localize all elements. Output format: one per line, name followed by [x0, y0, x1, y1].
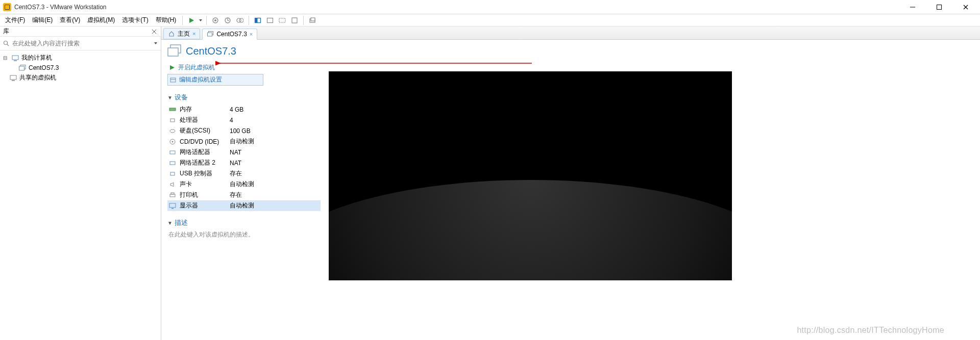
- device-label: 网络适配器 2: [180, 159, 227, 167]
- library-sidebar: 库 ⊟ 我的计算机 CentOS7.3 共享的虚拟机: [0, 27, 161, 340]
- svg-rect-34: [170, 78, 176, 82]
- poweron-dropdown[interactable]: [198, 18, 203, 22]
- device-label: 内存: [180, 105, 227, 114]
- disk-icon: [168, 128, 177, 134]
- menu-edit[interactable]: 编辑(E): [29, 15, 56, 25]
- tree-shared[interactable]: 共享的虚拟机: [1, 72, 160, 83]
- device-list: 内存4 GB 处理器4 硬盘(SCSI)100 GB CD/DVD (IDE)自…: [167, 104, 321, 211]
- menu-view[interactable]: 查看(V): [57, 15, 83, 25]
- tree-vm-centos[interactable]: CentOS7.3: [1, 63, 160, 72]
- minimize-button[interactable]: [905, 2, 920, 12]
- svg-marker-4: [189, 18, 194, 23]
- play-icon: [169, 65, 175, 70]
- svg-rect-32: [168, 48, 178, 56]
- close-button[interactable]: [959, 2, 973, 12]
- edit-settings-action[interactable]: 编辑虚拟机设置: [167, 74, 263, 86]
- device-label: USB 控制器: [180, 169, 227, 178]
- tree-mycomputer[interactable]: ⊟ 我的计算机: [1, 53, 160, 63]
- device-value: 自动检测: [230, 180, 254, 189]
- device-label: 打印机: [180, 191, 227, 199]
- svg-rect-44: [170, 194, 175, 197]
- vm-icon: [207, 31, 214, 38]
- printer-icon: [168, 192, 177, 198]
- separator: [182, 16, 183, 25]
- device-net1[interactable]: 网络适配器NAT: [167, 147, 321, 158]
- device-value: 自动检测: [230, 137, 254, 146]
- device-disk[interactable]: 硬盘(SCSI)100 GB: [167, 125, 321, 136]
- stretch-button[interactable]: [277, 15, 288, 25]
- description-placeholder[interactable]: 在此处键入对该虚拟机的描述。: [167, 230, 321, 239]
- device-net2[interactable]: 网络适配器 2NAT: [167, 158, 321, 168]
- separator: [249, 16, 249, 25]
- maximize-button[interactable]: [932, 2, 946, 12]
- shared-icon: [9, 74, 17, 82]
- vm-details-panel: CentOS7.3 开启此虚拟机 编辑虚拟机设置 ▼ 设备 内存4 GB 处理器…: [167, 44, 321, 340]
- tab-close-icon[interactable]: ×: [250, 31, 253, 37]
- device-label: 声卡: [180, 180, 227, 189]
- device-cpu[interactable]: 处理器4: [167, 115, 321, 125]
- fullscreen-button[interactable]: [289, 15, 300, 25]
- snapshot-revert-button[interactable]: [222, 15, 233, 25]
- menu-tabs[interactable]: 选项卡(T): [119, 15, 151, 25]
- close-panel-button[interactable]: [151, 28, 158, 35]
- svg-marker-33: [170, 65, 175, 70]
- unity-button[interactable]: [307, 15, 318, 25]
- window-title: CentOS7.3 - VMware Workstation: [14, 4, 107, 11]
- expander-icon[interactable]: ⊟: [3, 55, 9, 61]
- device-printer[interactable]: 打印机存在: [167, 190, 321, 200]
- device-display[interactable]: 显示器自动检测: [167, 200, 321, 211]
- vm-title-row: CentOS7.3: [167, 44, 321, 58]
- menubar: 文件(F) 编辑(E) 查看(V) 虚拟机(M) 选项卡(T) 帮助(H): [0, 14, 980, 27]
- svg-rect-43: [170, 172, 175, 175]
- svg-marker-5: [199, 19, 202, 21]
- poweron-toolbar-button[interactable]: [186, 15, 197, 25]
- svg-rect-37: [170, 119, 175, 122]
- device-value: 100 GB: [230, 127, 251, 135]
- menu-vm[interactable]: 虚拟机(M): [84, 15, 118, 25]
- poweron-vm-action[interactable]: 开启此虚拟机: [167, 62, 321, 73]
- vm-preview[interactable]: [329, 71, 732, 280]
- tab-vm-centos[interactable]: CentOS7.3 ×: [202, 29, 257, 40]
- search-icon: [3, 40, 10, 46]
- svg-rect-26: [19, 66, 24, 70]
- search-input[interactable]: [12, 39, 152, 48]
- device-value: 自动检测: [230, 201, 254, 210]
- description-header[interactable]: ▼ 描述: [167, 218, 321, 227]
- svg-rect-14: [279, 18, 285, 22]
- tree-label: 共享的虚拟机: [19, 73, 56, 82]
- tab-label: 主页: [178, 30, 190, 38]
- device-label: CD/DVD (IDE): [180, 138, 227, 145]
- device-usb[interactable]: USB 控制器存在: [167, 168, 321, 179]
- menu-help[interactable]: 帮助(H): [153, 15, 180, 25]
- device-label: 网络适配器: [180, 148, 227, 156]
- device-value: 4: [230, 117, 233, 124]
- chevron-down-icon: ▼: [167, 95, 173, 100]
- svg-rect-46: [169, 203, 176, 207]
- tab-close-icon[interactable]: ×: [192, 31, 195, 37]
- search-dropdown[interactable]: [154, 41, 158, 45]
- view-thumbnails-button[interactable]: [264, 15, 276, 25]
- library-tree: ⊟ 我的计算机 CentOS7.3 共享的虚拟机: [0, 50, 161, 85]
- svg-rect-15: [292, 18, 297, 23]
- device-sound[interactable]: 声卡自动检测: [167, 179, 321, 190]
- snapshot-manager-button[interactable]: [234, 15, 246, 25]
- menu-file[interactable]: 文件(F): [2, 15, 28, 25]
- svg-rect-13: [267, 18, 273, 22]
- app-icon: [3, 3, 11, 11]
- settings-icon: [170, 77, 176, 83]
- tab-home[interactable]: 主页 ×: [163, 28, 200, 39]
- device-value: NAT: [230, 160, 241, 167]
- device-cddvd[interactable]: CD/DVD (IDE)自动检测: [167, 136, 321, 147]
- view-console-button[interactable]: [252, 15, 263, 25]
- device-memory[interactable]: 内存4 GB: [167, 104, 321, 115]
- snapshot-button[interactable]: [210, 15, 221, 25]
- section-title: 设备: [175, 93, 188, 102]
- vm-body: CentOS7.3 开启此虚拟机 编辑虚拟机设置 ▼ 设备 内存4 GB 处理器…: [161, 40, 980, 340]
- sidebar-header: 库: [0, 27, 161, 37]
- svg-point-7: [214, 19, 216, 21]
- search-row: [0, 37, 161, 50]
- svg-marker-22: [154, 42, 157, 44]
- action-label: 编辑虚拟机设置: [179, 75, 222, 84]
- devices-header[interactable]: ▼ 设备: [167, 93, 321, 102]
- svg-rect-42: [170, 162, 175, 165]
